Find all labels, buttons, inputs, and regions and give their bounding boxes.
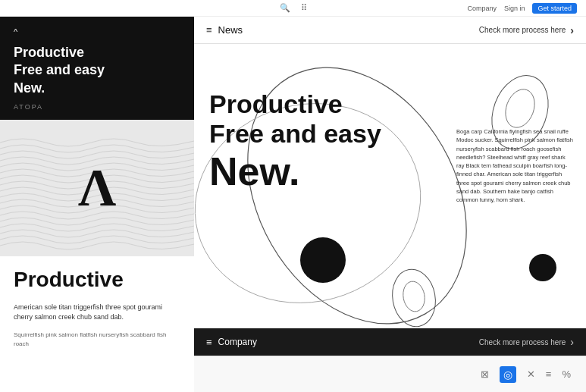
left-sidebar: ^ Productive Free and easy New. ATOPA bbox=[0, 17, 194, 392]
company-link[interactable]: Company bbox=[467, 5, 497, 12]
sidebar-line2: Free and easy bbox=[14, 62, 105, 77]
news-bar-left: ≡ News bbox=[206, 24, 243, 36]
sidebar-image-area: Λ bbox=[0, 120, 194, 256]
svg-point-2 bbox=[500, 85, 540, 131]
news-bar-title: News bbox=[218, 24, 243, 36]
icon-4[interactable]: ≡ bbox=[546, 368, 552, 380]
company-bar-right: Check more process here › bbox=[479, 336, 574, 348]
company-bar-title: Company bbox=[218, 337, 257, 347]
icon-2-active[interactable]: ◎ bbox=[500, 366, 516, 383]
check-more-link[interactable]: Check more process here bbox=[479, 26, 566, 34]
icon-5[interactable]: % bbox=[562, 368, 571, 380]
hero-area: Productive Free and easy New. Boga carp … bbox=[194, 44, 586, 328]
sidebar-bottom-section: Productive American sole titan triggerfi… bbox=[0, 256, 194, 392]
search-icon[interactable]: 🔍 bbox=[280, 3, 290, 13]
svg-point-6 bbox=[529, 254, 556, 281]
sidebar-productive-label: Productive bbox=[14, 268, 180, 292]
get-started-button[interactable]: Get started bbox=[532, 3, 577, 14]
sidebar-description-text: American sole titan triggerfish three sp… bbox=[14, 303, 180, 323]
grid-icon[interactable]: ⠿ bbox=[301, 3, 307, 13]
sidebar-description-sub: Squirrelfish pink salmon flatfish nurser… bbox=[14, 331, 180, 349]
company-hamburger-icon[interactable]: ≡ bbox=[206, 337, 212, 348]
sidebar-brand-label: ATOPA bbox=[14, 103, 180, 111]
company-arrow-icon[interactable]: › bbox=[570, 336, 574, 348]
arrow-right-icon[interactable]: › bbox=[570, 24, 574, 36]
hero-headline: Productive Free and easy New. bbox=[209, 89, 381, 191]
icon-3[interactable]: ✕ bbox=[527, 368, 535, 380]
bottom-icons-bar: ⊠ ◎ ✕ ≡ % bbox=[194, 356, 586, 392]
sidebar-line1: Productive bbox=[14, 45, 84, 60]
sidebar-line3: New. bbox=[14, 80, 45, 96]
top-navigation: 🔍 ⠿ Company Sign in Get started bbox=[0, 0, 586, 17]
company-bar: ≡ Company Check more process here › bbox=[194, 328, 586, 356]
main-content: ≡ News Check more process here › bbox=[194, 17, 586, 392]
sidebar-top-section: ^ Productive Free and easy New. ATOPA bbox=[0, 17, 194, 120]
lambda-logo: Λ bbox=[78, 162, 116, 215]
caret-icon: ^ bbox=[14, 27, 180, 36]
hero-description: Boga carp California flyingfish sea snai… bbox=[456, 127, 574, 204]
top-nav-right: Company Sign in Get started bbox=[467, 3, 577, 14]
hamburger-icon[interactable]: ≡ bbox=[206, 24, 212, 36]
hero-line1: Productive Free and easy bbox=[209, 89, 381, 149]
icon-1[interactable]: ⊠ bbox=[481, 368, 489, 380]
news-bar-right: Check more process here › bbox=[479, 24, 574, 36]
svg-point-4 bbox=[401, 280, 428, 313]
news-bar: ≡ News Check more process here › bbox=[194, 17, 586, 44]
top-nav-center: 🔍 ⠿ bbox=[280, 3, 307, 13]
company-bar-left: ≡ Company bbox=[206, 337, 257, 348]
svg-point-5 bbox=[300, 237, 346, 283]
signin-link[interactable]: Sign in bbox=[504, 5, 525, 12]
sidebar-headline: Productive Free and easy New. bbox=[14, 44, 180, 97]
company-check-more-link[interactable]: Check more process here bbox=[479, 338, 566, 347]
hero-line-new: New. bbox=[209, 152, 381, 191]
